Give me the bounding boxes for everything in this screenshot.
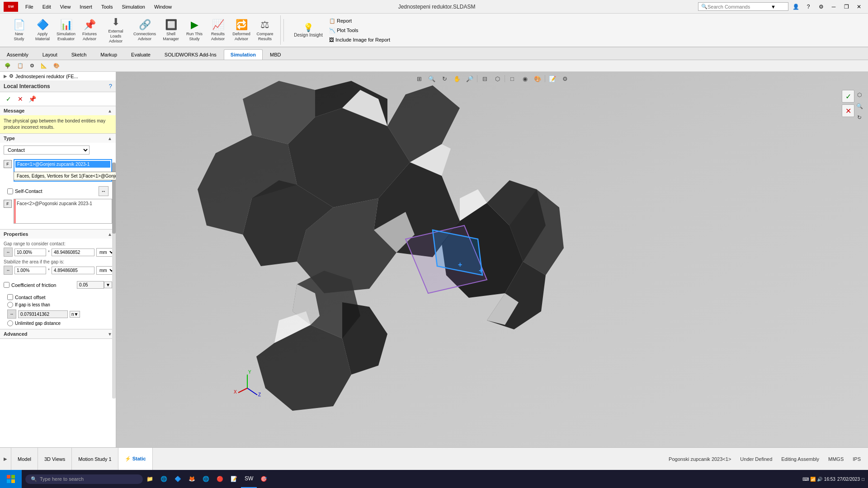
panel-cancel-btn[interactable]: ✕ — [15, 94, 25, 104]
menu-insert[interactable]: Insert — [76, 3, 96, 11]
search-dropdown-icon[interactable]: ▼ — [771, 4, 776, 9]
menu-simulation[interactable]: Simulation — [118, 3, 149, 11]
zoom-to-fit-btn[interactable]: ⊞ — [414, 73, 425, 84]
stab-pct-input[interactable] — [14, 267, 46, 274]
tab-simulation[interactable]: Simulation — [224, 49, 263, 60]
taskbar-edge[interactable]: 🔷 — [171, 470, 185, 488]
view-cube-btn[interactable]: ⬡ — [854, 90, 864, 100]
start-button[interactable] — [0, 470, 22, 488]
edit-appearance-btn[interactable]: 🎨 — [532, 73, 543, 84]
friction-checkbox[interactable] — [4, 282, 9, 288]
display-style-btn[interactable]: □ — [507, 73, 518, 84]
options-btn[interactable]: ⚙ — [816, 1, 826, 12]
gap-pct-input[interactable] — [14, 249, 46, 256]
close-btn[interactable]: ✕ — [854, 1, 864, 12]
taskbar-search-input[interactable] — [40, 476, 130, 482]
mini-rotate-btn[interactable]: ↻ — [854, 113, 864, 122]
3dviews-tab[interactable]: 3D Views — [38, 448, 72, 470]
account-btn[interactable]: 👤 — [790, 1, 801, 12]
taskbar-explorer[interactable]: 📁 — [143, 470, 157, 488]
face-set2-input[interactable]: Face<2>@Pogonski zupcanik 2023-1 — [14, 199, 112, 224]
tab-sketch[interactable]: Sketch — [65, 49, 94, 60]
taskbar-search[interactable]: 🔍 — [25, 474, 143, 484]
hide-show-btn[interactable]: ◉ — [519, 73, 530, 84]
zoom-btn[interactable]: 🔎 — [464, 73, 475, 84]
message-section-header[interactable]: Message ▲ — [0, 106, 116, 115]
pan-btn[interactable]: ✋ — [452, 73, 462, 84]
shell-manager-button[interactable]: 🔲 ShellManager — [159, 17, 183, 44]
self-contact-checkbox[interactable] — [7, 188, 13, 194]
taskbar-solidworks[interactable]: SW — [241, 470, 257, 488]
taskbar-browser[interactable]: 🌐 — [157, 470, 171, 488]
connections-advisor-button[interactable]: 🔗 ConnectionsAdvisor — [130, 17, 159, 44]
vp-ok-btn[interactable]: ✓ — [842, 90, 854, 103]
menu-window[interactable]: Window — [151, 3, 175, 11]
plot-tools-button[interactable]: 📉 Plot Tools — [326, 27, 393, 34]
mini-zoom-btn[interactable]: 🔍 — [854, 101, 864, 111]
viewport[interactable]: ⊞ 🔍 ↻ ✋ 🔎 ⊟ ⬡ □ ◉ 🎨 📝 ⚙ — [116, 72, 868, 447]
motion-study-tab[interactable]: Motion Study 1 — [72, 448, 118, 470]
fixtures-advisor-button[interactable]: 📌 FixturesAdvisor — [78, 17, 101, 44]
props-section-header[interactable]: Properties ▲ — [0, 230, 116, 239]
search-input[interactable] — [708, 4, 771, 9]
type-section-header[interactable]: Type ▲ — [0, 134, 116, 143]
deformed-advisor-button[interactable]: 🔁 DeformedAdvisor — [230, 17, 253, 44]
stab-val-input[interactable] — [52, 267, 94, 274]
external-loads-button[interactable]: ⬇ External LoadsAdvisor — [101, 17, 130, 44]
run-study-button[interactable]: ▶ Run ThisStudy — [183, 17, 206, 44]
offset-value-input[interactable] — [18, 310, 68, 318]
dim-xpert-btn[interactable]: 📐 — [38, 62, 50, 70]
property-manager-btn[interactable]: 📋 — [14, 62, 26, 70]
model-tab[interactable]: Model — [11, 448, 38, 470]
help-btn[interactable]: ? — [803, 1, 814, 12]
tab-layout[interactable]: Layout — [36, 49, 64, 60]
view-settings-btn[interactable]: ⚙ — [560, 73, 571, 84]
config-manager-btn[interactable]: ⚙ — [27, 62, 37, 70]
taskbar-chrome[interactable]: 🌐 — [199, 470, 213, 488]
zoom-selection-btn[interactable]: 🔍 — [426, 73, 437, 84]
taskbar-word[interactable]: 📝 — [227, 470, 241, 488]
display-pane-btn[interactable]: 🎨 — [51, 62, 62, 70]
type-select[interactable]: Contact Bonded Free Shrink Fit Insulatio… — [4, 145, 90, 155]
apply-material-button[interactable]: 🔷 Apply Material — [31, 17, 54, 44]
tree-row-root[interactable]: ▶ ⚙ Jednostepeni reduktor (FE... — [0, 72, 116, 80]
friction-value-input[interactable] — [77, 281, 104, 289]
feature-manager-btn[interactable]: 🌳 — [2, 62, 14, 70]
report-button[interactable]: 📋 Report — [326, 17, 393, 25]
vp-cancel-btn[interactable]: ✕ — [842, 104, 854, 117]
scrollbar[interactable] — [112, 162, 116, 399]
tab-evaluate[interactable]: Evaluate — [124, 49, 157, 60]
radio-unlimited[interactable] — [7, 320, 13, 326]
flip-btn[interactable]: ↔ — [99, 186, 108, 196]
tab-markup[interactable]: Markup — [94, 49, 124, 60]
gap-val-input[interactable] — [52, 249, 94, 256]
tab-assembly[interactable]: Assembly — [0, 49, 35, 60]
friction-expand-btn[interactable]: ▼ — [104, 282, 112, 288]
include-image-button[interactable]: 🖼 Include Image for Report — [326, 36, 393, 43]
design-insight-button[interactable]: 💡 Design Insight — [290, 17, 326, 44]
notification-icon[interactable]: □ — [862, 477, 864, 482]
annotation-btn[interactable]: 📝 — [547, 73, 558, 84]
radio-gap-less[interactable] — [7, 302, 13, 308]
compare-results-button[interactable]: ⚖ CompareResults — [253, 17, 277, 44]
expand-btn[interactable]: ▶ — [0, 448, 11, 470]
panel-help-btn[interactable]: ? — [109, 83, 112, 89]
tab-mbd[interactable]: MBD — [263, 49, 288, 60]
menu-edit[interactable]: Edit — [39, 3, 55, 11]
new-study-button[interactable]: 📄 NewStudy — [7, 17, 31, 44]
contact-offset-checkbox[interactable] — [7, 294, 13, 300]
search-box[interactable]: 🔍 ▼ — [698, 2, 788, 11]
results-advisor-button[interactable]: 📈 ResultsAdvisor — [206, 17, 230, 44]
tab-addins[interactable]: SOLIDWORKS Add-Ins — [158, 49, 223, 60]
menu-tools[interactable]: Tools — [98, 3, 117, 11]
view-orientation-btn[interactable]: ⬡ — [492, 73, 503, 84]
taskbar-extra[interactable]: 🎯 — [257, 470, 271, 488]
menu-file[interactable]: File — [22, 3, 37, 11]
advanced-section-header[interactable]: Advanced ▼ — [0, 329, 116, 338]
static-tab[interactable]: ⚡ Static — [118, 448, 153, 470]
simulation-evaluator-button[interactable]: 📊 SimulationEvaluator — [54, 17, 78, 44]
menu-view[interactable]: View — [57, 3, 75, 11]
minimize-btn[interactable]: ─ — [828, 1, 839, 12]
panel-ok-btn[interactable]: ✓ — [4, 94, 14, 104]
section-view-btn[interactable]: ⊟ — [479, 73, 490, 84]
